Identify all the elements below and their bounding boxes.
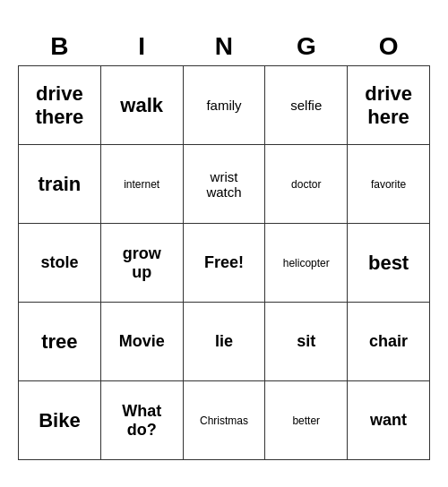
bingo-cell-4-2: Christmas [183,381,265,460]
bingo-cell-0-3: selfie [265,66,348,145]
bingo-cell-2-3: helicopter [265,224,348,303]
bingo-cell-0-0: drivethere [19,66,101,145]
cell-text-4-1: Whatdo? [103,402,181,440]
cell-text-3-2: lie [185,332,263,351]
bingo-card: BINGO drivetherewalkfamilyselfiedriveher… [18,27,430,461]
bingo-header-G: G [265,27,348,66]
cell-text-1-3: doctor [267,178,345,191]
bingo-cell-4-1: Whatdo? [100,381,183,460]
cell-text-2-4: best [349,252,427,275]
bingo-cell-3-4: chair [348,303,430,381]
bingo-row-2: stolegrowupFree!helicopterbest [19,224,430,303]
header-row: BINGO [19,27,430,66]
bingo-cell-4-3: better [265,381,348,460]
bingo-row-4: BikeWhatdo?Christmasbetterwant [19,381,430,460]
bingo-cell-2-4: best [348,224,430,303]
cell-text-3-0: tree [21,330,99,354]
bingo-cell-2-2: Free! [183,224,265,303]
bingo-cell-0-1: walk [100,66,183,145]
bingo-cell-1-4: favorite [348,145,430,224]
bingo-cell-2-0: stole [19,224,101,303]
bingo-row-1: traininternetwristwatchdoctorfavorite [19,145,430,224]
cell-text-4-4: want [349,411,427,430]
bingo-cell-2-1: growup [100,224,183,303]
bingo-cell-3-0: tree [19,303,101,381]
bingo-cell-1-0: train [19,145,101,224]
bingo-cell-4-4: want [348,381,430,460]
cell-text-0-2: family [185,98,263,113]
bingo-cell-1-3: doctor [265,145,348,224]
cell-text-1-4: favorite [349,178,427,191]
cell-text-1-0: train [21,173,99,196]
cell-text-0-0: drivethere [21,82,99,129]
cell-text-0-1: walk [103,94,181,117]
bingo-cell-1-1: internet [100,145,183,224]
cell-text-1-2: wristwatch [185,169,263,200]
cell-text-2-1: growup [103,244,181,282]
bingo-cell-0-2: family [183,66,265,145]
cell-text-2-2: Free! [185,253,263,272]
cell-text-1-1: internet [103,178,181,191]
bingo-table: BINGO drivetherewalkfamilyselfiedriveher… [18,27,430,461]
bingo-header-N: N [183,27,265,66]
cell-text-4-2: Christmas [185,414,263,427]
bingo-cell-3-2: lie [183,303,265,381]
bingo-header-B: B [19,27,101,66]
cell-text-3-3: sit [267,332,345,351]
cell-text-2-0: stole [21,253,99,272]
cell-text-4-3: better [267,414,345,427]
bingo-cell-4-0: Bike [19,381,101,460]
cell-text-4-0: Bike [21,409,99,432]
bingo-cell-0-4: drivehere [348,66,430,145]
cell-text-3-1: Movie [103,332,181,351]
bingo-row-3: treeMovieliesitchair [19,303,430,381]
cell-text-0-3: selfie [267,98,345,113]
bingo-cell-3-3: sit [265,303,348,381]
bingo-header-I: I [100,27,183,66]
cell-text-0-4: drivehere [349,82,427,129]
bingo-header-O: O [348,27,430,66]
bingo-cell-1-2: wristwatch [183,145,265,224]
bingo-row-0: drivetherewalkfamilyselfiedrivehere [19,66,430,145]
cell-text-2-3: helicopter [267,257,345,269]
cell-text-3-4: chair [349,332,427,351]
bingo-cell-3-1: Movie [100,303,183,381]
